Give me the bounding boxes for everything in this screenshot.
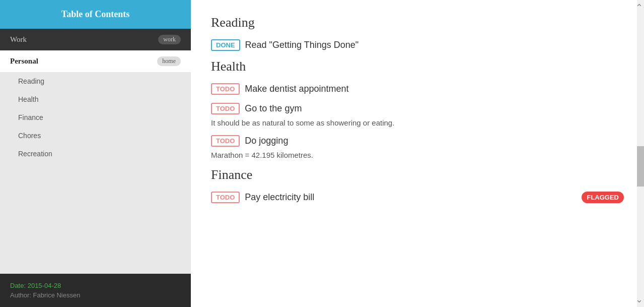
- footer-date: Date: 2015-04-28: [10, 282, 181, 289]
- sidebar: Table of Contents Work work Personal hom…: [0, 0, 191, 307]
- task-left: DONE Read "Getting Things Done": [211, 39, 359, 51]
- section-heading-reading: Reading: [211, 15, 624, 30]
- task-text: Make dentist appointment: [245, 84, 348, 94]
- task-row: TODO Pay electricity bill FLAGGED: [211, 192, 624, 203]
- task-left: TODO Pay electricity bill: [211, 192, 314, 203]
- sidebar-header: Table of Contents: [0, 0, 191, 29]
- task-text: Pay electricity bill: [245, 192, 314, 203]
- flagged-badge: FLAGGED: [582, 192, 624, 203]
- status-badge-todo: TODO: [211, 135, 240, 147]
- task-row: DONE Read "Getting Things Done": [211, 39, 624, 51]
- scrollbar-thumb[interactable]: [637, 146, 644, 187]
- chevron-up-icon[interactable]: ⌃: [635, 2, 643, 13]
- footer-author: Author: Fabrice Niessen: [10, 291, 181, 299]
- sidebar-subsections: Reading Health Finance Chores Recreation: [0, 72, 191, 274]
- main-content: ⌃ Reading DONE Read "Getting Things Done…: [191, 0, 644, 307]
- task-row: TODO Go to the gym: [211, 103, 624, 114]
- sidebar-subitem-health[interactable]: Health: [0, 90, 191, 108]
- sidebar-section-personal-label: Personal: [10, 57, 38, 66]
- status-badge-todo: TODO: [211, 103, 240, 114]
- sidebar-subitem-chores[interactable]: Chores: [0, 127, 191, 145]
- status-badge-todo: TODO: [211, 83, 240, 95]
- sidebar-subitem-recreation[interactable]: Recreation: [0, 145, 191, 163]
- task-row: TODO Do jogging: [211, 135, 624, 147]
- task-text: Do jogging: [245, 136, 288, 146]
- sidebar-section-work[interactable]: Work work: [0, 29, 191, 50]
- task-row: TODO Make dentist appointment: [211, 83, 624, 95]
- status-badge-todo: TODO: [211, 192, 240, 203]
- sidebar-section-personal[interactable]: Personal home: [0, 50, 191, 72]
- task-note: Marathon = 42.195 kilometres.: [211, 151, 624, 159]
- task-text: Read "Getting Things Done": [245, 40, 359, 50]
- status-badge-done: DONE: [211, 39, 240, 51]
- task-note: It should be as natural to some as showe…: [211, 118, 624, 127]
- sidebar-section-work-label: Work: [10, 35, 27, 44]
- scrollbar-track: [637, 0, 644, 307]
- task-left: TODO Make dentist appointment: [211, 83, 348, 95]
- sidebar-footer: Date: 2015-04-28 Author: Fabrice Niessen: [0, 274, 191, 307]
- sidebar-section-work-badge: work: [158, 35, 181, 44]
- section-heading-finance: Finance: [211, 167, 624, 182]
- sidebar-subitem-finance[interactable]: Finance: [0, 108, 191, 127]
- task-left: TODO Go to the gym: [211, 103, 302, 114]
- chevron-down-icon[interactable]: ⌄: [635, 294, 643, 305]
- section-heading-health: Health: [211, 59, 624, 74]
- task-left: TODO Do jogging: [211, 135, 288, 147]
- sidebar-subitem-reading[interactable]: Reading: [0, 72, 191, 90]
- task-text: Go to the gym: [245, 103, 302, 114]
- sidebar-section-personal-badge: home: [157, 56, 181, 66]
